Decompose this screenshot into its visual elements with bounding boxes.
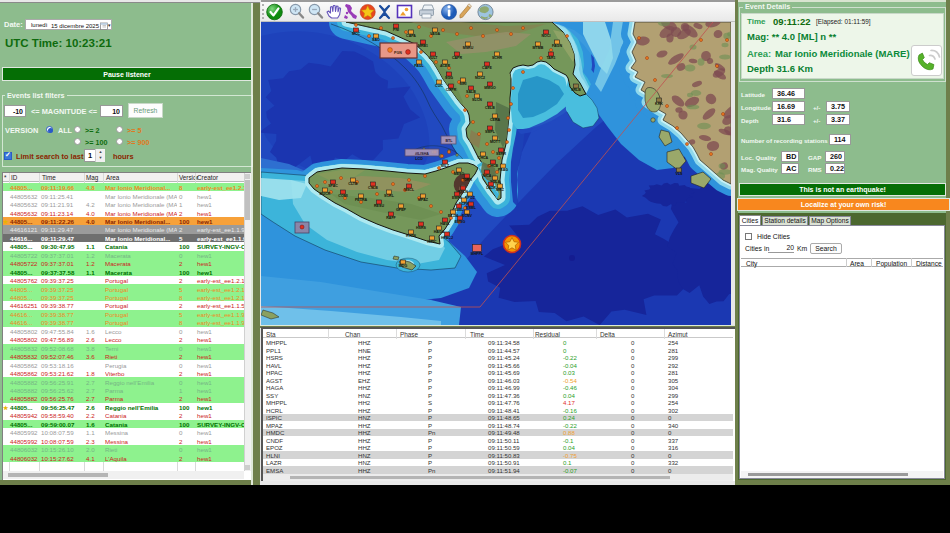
svg-text:SPAC: SPAC xyxy=(328,184,338,188)
svg-text:CLTB: CLTB xyxy=(348,182,358,186)
svg-text:NOCI: NOCI xyxy=(542,34,551,38)
svg-text:ESML: ESML xyxy=(466,206,477,210)
svg-text:CAPA: CAPA xyxy=(406,34,416,38)
svg-text:PETRA: PETRA xyxy=(355,198,368,202)
svg-text:VULT: VULT xyxy=(428,56,438,60)
svg-text:SMPL: SMPL xyxy=(485,130,496,134)
svg-text:ISPIC: ISPIC xyxy=(427,240,437,244)
svg-text:FAGN: FAGN xyxy=(552,44,562,48)
svg-text:GPEP: GPEP xyxy=(396,208,407,212)
svg-text:SIRI: SIRI xyxy=(460,82,467,86)
svg-text:ECNV: ECNV xyxy=(462,214,473,218)
svg-text:PNI: PNI xyxy=(393,28,399,32)
svg-text:CHCA: CHCA xyxy=(478,156,489,160)
svg-text:PGN: PGN xyxy=(394,51,402,55)
svg-text:MILZ: MILZ xyxy=(441,164,450,168)
svg-text:VAGA: VAGA xyxy=(430,32,441,36)
svg-text:MPAZ: MPAZ xyxy=(418,198,429,202)
svg-text:SERR: SERR xyxy=(496,152,506,156)
svg-text:MRZ: MRZ xyxy=(496,188,505,192)
svg-text:#ILISHA: #ILISHA xyxy=(415,152,429,156)
svg-text:MESG: MESG xyxy=(454,172,465,176)
svg-text:MCC: MCC xyxy=(352,32,361,36)
svg-text:HAGA: HAGA xyxy=(434,230,445,234)
svg-text:NOC2: NOC2 xyxy=(475,76,485,80)
svg-text:CAPR: CAPR xyxy=(452,56,463,60)
svg-text:MSCL: MSCL xyxy=(404,188,415,192)
svg-text:SALB: SALB xyxy=(466,90,476,94)
svg-text:PSAG: PSAG xyxy=(498,168,508,172)
svg-text:RESU: RESU xyxy=(374,204,384,208)
svg-text:EMSG: EMSG xyxy=(455,220,466,224)
svg-text:TORR: TORR xyxy=(462,178,473,182)
svg-text:VLS: VLS xyxy=(676,172,684,176)
svg-text:MMGO: MMGO xyxy=(484,86,496,90)
svg-text:MUCR: MUCR xyxy=(320,192,331,196)
svg-text:ACER: ACER xyxy=(440,64,451,68)
svg-text:LCO: LCO xyxy=(415,157,423,161)
svg-text:MTMB: MTMB xyxy=(533,46,544,50)
svg-text:CERA: CERA xyxy=(490,118,501,122)
svg-text:CSLB: CSLB xyxy=(368,186,378,190)
svg-text:CAFE: CAFE xyxy=(482,66,492,70)
svg-text:MOTT: MOTT xyxy=(490,140,501,144)
svg-text:MSRU: MSRU xyxy=(463,46,474,50)
svg-text:SGG: SGG xyxy=(445,76,453,80)
svg-text:MHPPL: MHPPL xyxy=(471,252,484,256)
svg-text:HVZN: HVZN xyxy=(406,234,416,238)
svg-text:HPACJ: HPACJ xyxy=(441,236,453,240)
svg-text:RAFF: RAFF xyxy=(386,216,396,220)
svg-text:HAVL: HAVL xyxy=(440,222,450,226)
svg-text:SLCN: SLCN xyxy=(472,98,482,102)
svg-text:CUC: CUC xyxy=(435,84,443,88)
svg-text:SRLB: SRLB xyxy=(571,88,581,92)
svg-text:SAO: SAO xyxy=(372,38,380,42)
svg-text:NICA: NICA xyxy=(483,174,492,178)
svg-text:CMPR: CMPR xyxy=(446,88,457,92)
svg-text:ECZM: ECZM xyxy=(448,214,458,218)
svg-text:PAUL: PAUL xyxy=(414,64,424,68)
svg-text:CELB: CELB xyxy=(485,106,495,110)
svg-text:LAZR: LAZR xyxy=(486,186,496,190)
svg-text:HSRS: HSRS xyxy=(416,226,427,230)
svg-text:SCRL: SCRL xyxy=(384,194,395,198)
svg-text:EMFS: EMFS xyxy=(452,196,463,200)
svg-text:SCHR: SCHR xyxy=(492,56,503,60)
svg-text:MRB1: MRB1 xyxy=(418,44,428,48)
svg-text:MDG: MDG xyxy=(399,264,408,268)
svg-text:KRK: KRK xyxy=(655,102,663,106)
svg-text:BTL: BTL xyxy=(446,139,454,143)
svg-text:COMI: COMI xyxy=(338,194,347,198)
svg-text:TAR1: TAR1 xyxy=(546,56,555,60)
